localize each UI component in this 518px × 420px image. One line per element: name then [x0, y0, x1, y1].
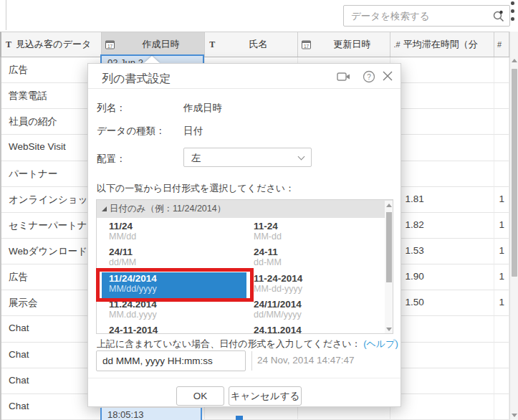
format-example: 24/11 — [109, 247, 246, 257]
column-header-updated[interactable]: 17 更新日時 — [298, 32, 391, 57]
date-format-listbox: 日付のみ（例：11/24/2014） 11/24 MM/dd 11-24 MM-… — [96, 199, 393, 334]
format-pattern: dd/MM/yyyy — [254, 310, 391, 320]
cell-source[interactable]: Chat — [1, 343, 102, 368]
video-help-icon[interactable] — [336, 70, 352, 84]
scroll-down-icon[interactable] — [512, 414, 517, 417]
cell-avg-time[interactable]: 1.82 — [390, 213, 494, 239]
date-format-option[interactable]: 11-24-2014 MM-dd-yyyy — [246, 272, 391, 298]
cell-source[interactable]: WebSite Visit — [1, 135, 102, 161]
format-example: 11-24-2014 — [254, 273, 391, 284]
cell-avg-time[interactable] — [390, 316, 494, 342]
cell-source[interactable]: 社員の紹介 — [1, 109, 102, 135]
cell-count[interactable] — [494, 135, 509, 161]
scrollbar-thumb[interactable] — [512, 69, 517, 277]
date-format-option[interactable]: 11.24.2014 MM.dd.yyyy — [102, 298, 246, 324]
format-pattern: MM/dd — [109, 232, 246, 242]
selected-cell-created-bottom[interactable]: 18:05:13 — [100, 408, 202, 420]
alignment-dropdown[interactable]: 左 — [183, 148, 312, 167]
cell-source[interactable]: セミナーパートナー — [1, 213, 102, 239]
scrollbar-thumb[interactable] — [386, 212, 392, 282]
cell-avg-time[interactable] — [390, 135, 494, 161]
date-format-option[interactable]: 24-11 dd-MM — [246, 246, 391, 272]
date-format-option[interactable]: 24/11 dd/MM — [102, 246, 246, 272]
custom-format-input[interactable] — [96, 350, 246, 371]
format-group-label: 日付のみ（例：11/24/2014） — [110, 203, 226, 215]
svg-text:17: 17 — [107, 44, 112, 49]
cell-source[interactable]: Chat — [1, 368, 102, 394]
cell-count[interactable]: 1 — [494, 290, 509, 316]
cell-avg-time[interactable]: 1.90 — [390, 264, 494, 290]
dialog-footer-separator — [88, 378, 401, 378]
scroll-down-icon[interactable] — [386, 328, 392, 331]
cell-source[interactable]: Chat — [1, 394, 102, 420]
cell-source[interactable]: オンラインショップ — [1, 187, 102, 213]
search-box[interactable] — [343, 5, 510, 27]
format-example: 11.24.2014 — [109, 299, 246, 310]
dialog-header-separator — [88, 88, 401, 89]
cell-count[interactable]: 1 — [494, 213, 509, 239]
search-input[interactable] — [344, 11, 491, 22]
format-group-header[interactable]: 日付のみ（例：11/24/2014） — [97, 200, 393, 218]
cell-avg-time[interactable] — [390, 57, 494, 83]
cancel-button[interactable]: キャンセルする — [229, 386, 302, 406]
cell-avg-time[interactable] — [390, 394, 494, 420]
cell-count[interactable]: 1 — [494, 187, 509, 213]
number-type-icon: # — [497, 40, 502, 49]
cell-avg-time[interactable] — [390, 368, 494, 394]
cell-count[interactable] — [494, 394, 509, 420]
close-icon[interactable] — [381, 70, 397, 84]
format-example: 24.11.2014 — [254, 325, 391, 334]
column-header-avg-time[interactable]: .# 平均滞在時間（分 — [390, 32, 494, 57]
help-link[interactable]: (ヘルプ) — [363, 338, 398, 349]
top-bar — [0, 0, 518, 32]
column-header-created[interactable]: 17 作成日時 — [102, 32, 206, 57]
cell-source[interactable]: パートナー — [1, 161, 102, 187]
table-scrollbar[interactable] — [509, 32, 518, 420]
cell-avg-time[interactable] — [390, 161, 494, 187]
svg-text:?: ? — [367, 73, 371, 81]
column-header-name[interactable]: T 氏名 — [205, 32, 298, 57]
cell-avg-time[interactable]: 1.53 — [390, 239, 494, 264]
cell-source[interactable]: 営業電話 — [1, 83, 102, 109]
cell-avg-time[interactable] — [390, 109, 494, 135]
date-format-option[interactable]: 11-24 MM-dd — [246, 220, 391, 246]
cell-count[interactable] — [494, 109, 509, 135]
cell-count[interactable]: 1 — [494, 239, 509, 264]
column-header-count[interactable]: # — [494, 32, 509, 57]
cell-source[interactable]: Webダウンロード — [1, 239, 102, 264]
date-format-option[interactable]: 11/24 MM/dd — [102, 220, 246, 246]
cell-avg-time[interactable] — [390, 343, 494, 368]
cell-count[interactable] — [494, 83, 509, 109]
cell-avg-time[interactable]: 1.81 — [390, 187, 494, 213]
cell-count[interactable] — [494, 316, 509, 342]
cell-avg-time[interactable]: 1.50 — [390, 290, 494, 316]
text-type-icon: T — [6, 39, 11, 50]
column-header-source[interactable]: T 見込み客のデータ — [1, 32, 102, 57]
cell-count[interactable] — [494, 343, 509, 368]
date-format-option[interactable]: 24.11.2014 — [246, 324, 391, 334]
help-icon[interactable]: ? — [362, 70, 378, 84]
format-preview: 24 Nov, 2014 14:47:47 — [257, 355, 355, 366]
scroll-up-icon[interactable] — [386, 204, 392, 207]
cell-count[interactable]: 1 — [494, 264, 509, 290]
date-format-option[interactable]: 24-11-2014 — [102, 324, 246, 334]
date-format-option[interactable]: 11/24/2014 MM/dd/yyyy — [102, 272, 246, 298]
text-type-icon: T — [209, 39, 215, 50]
cell-source[interactable]: 展示会 — [1, 290, 102, 316]
ok-button[interactable]: OK — [176, 386, 224, 406]
cell-count[interactable] — [494, 161, 509, 187]
cell-count[interactable] — [494, 368, 509, 394]
cell-source[interactable]: Chat — [1, 316, 102, 342]
cell-count[interactable] — [494, 57, 509, 83]
cell-avg-time[interactable] — [390, 83, 494, 109]
cell-source[interactable]: 広告 — [1, 57, 102, 83]
alignment-value: 左 — [191, 153, 201, 163]
date-format-option[interactable]: 24/11/2014 dd/MM/yyyy — [246, 298, 391, 324]
search-icon[interactable] — [491, 9, 506, 23]
format-example: 24-11-2014 — [109, 325, 246, 334]
app-window: T 見込み客のデータ 17 作成日時 T 氏名 17 更新日時 .# 平均滞 — [0, 0, 518, 420]
cell-source[interactable]: 広告 — [1, 264, 102, 290]
dialog-title: 列の書式設定 — [102, 72, 171, 87]
format-list-scrollbar[interactable] — [385, 201, 393, 334]
scroll-up-icon[interactable] — [512, 59, 517, 62]
